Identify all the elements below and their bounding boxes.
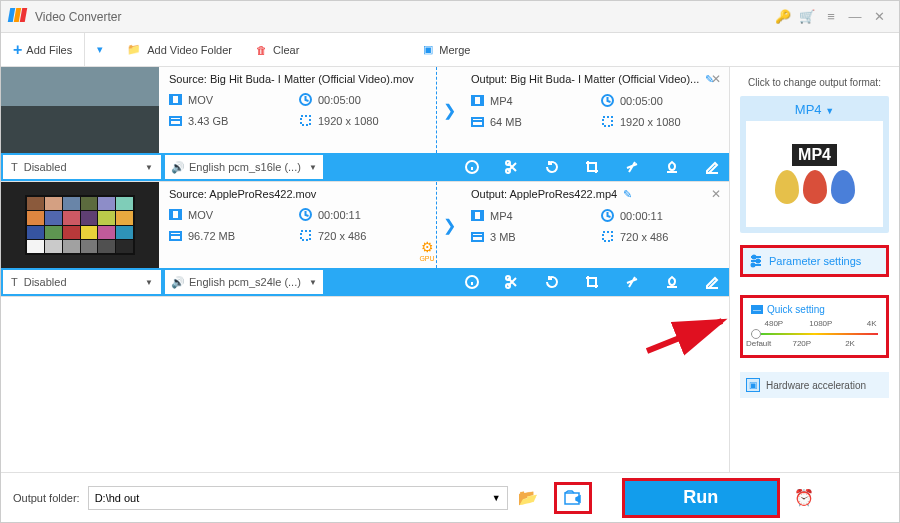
clock-icon — [299, 208, 312, 221]
resolution-icon — [601, 115, 614, 128]
subtitle-edit-icon[interactable] — [705, 275, 719, 289]
svg-point-24 — [752, 264, 755, 267]
size-icon — [471, 230, 484, 243]
open-output-button[interactable] — [554, 482, 592, 514]
subtitle-select[interactable]: TDisabled▼ — [3, 155, 161, 179]
minimize-button[interactable]: — — [843, 9, 867, 24]
info-icon[interactable] — [465, 275, 479, 289]
gpu-badge: ⚙GPU — [417, 239, 437, 262]
output-folder-select[interactable]: D:\hd out▼ — [88, 486, 508, 510]
svg-rect-18 — [603, 232, 612, 241]
subtitle-edit-icon[interactable] — [705, 160, 719, 174]
size-icon — [169, 229, 182, 242]
format-icon — [169, 208, 182, 221]
format-prompt: Click to change output format: — [740, 77, 889, 88]
remove-item-button[interactable]: ✕ — [711, 72, 721, 86]
clock-icon — [299, 93, 312, 106]
effect-icon[interactable] — [625, 160, 639, 174]
menu-icon[interactable]: ≡ — [819, 9, 843, 24]
alarm-icon[interactable]: ⏰ — [794, 488, 814, 507]
video-thumbnail[interactable] — [1, 182, 159, 268]
rotate-icon[interactable] — [545, 275, 559, 289]
svg-rect-14 — [301, 231, 310, 240]
crop-icon[interactable] — [585, 160, 599, 174]
clear-button[interactable]: 🗑Clear — [244, 33, 311, 66]
video-thumbnail[interactable] — [1, 67, 159, 153]
watermark-icon[interactable] — [665, 275, 679, 289]
add-files-button[interactable]: +Add Files — [1, 33, 84, 66]
parameter-settings-button[interactable]: Parameter settings — [740, 245, 889, 277]
remove-item-button[interactable]: ✕ — [711, 187, 721, 201]
output-label: Output: Big Hit Buda- I Matter (Official… — [471, 73, 699, 85]
info-icon[interactable] — [465, 160, 479, 174]
resolution-icon — [299, 114, 312, 127]
clock-icon — [601, 94, 614, 107]
audio-select[interactable]: 🔊English pcm_s16le (...)▼ — [165, 155, 323, 179]
chip-icon: ▣ — [746, 378, 760, 392]
sliders-icon — [749, 254, 763, 268]
effect-icon[interactable] — [625, 275, 639, 289]
svg-point-22 — [753, 256, 756, 259]
key-icon[interactable]: 🔑 — [771, 9, 795, 24]
source-label: Source: AppleProRes422.mov — [169, 188, 426, 200]
clock-icon — [601, 209, 614, 222]
format-icon — [471, 209, 484, 222]
app-title: Video Converter — [35, 10, 771, 24]
crop-icon[interactable] — [585, 275, 599, 289]
add-folder-button[interactable]: 📁Add Video Folder — [115, 33, 244, 66]
close-button[interactable]: ✕ — [867, 9, 891, 24]
arrow-icon: ❯ — [443, 101, 456, 120]
hardware-accel-button[interactable]: ▣ Hardware acceleration — [740, 372, 889, 398]
add-files-dropdown[interactable]: ▾ — [84, 33, 115, 66]
merge-button[interactable]: ▣Merge — [411, 33, 482, 66]
arrow-icon: ❯ — [443, 216, 456, 235]
output-format-selector[interactable]: MP4 ▼ MP4 — [740, 96, 889, 233]
resolution-icon — [601, 230, 614, 243]
quality-slider[interactable]: 480P 1080P 4K Default 720P 2K — [751, 321, 878, 349]
watermark-icon[interactable] — [665, 160, 679, 174]
output-label: Output: AppleProRes422.mp4 — [471, 188, 617, 200]
svg-rect-3 — [301, 116, 310, 125]
edit-icon[interactable]: ✎ — [623, 188, 632, 200]
quick-setting-panel[interactable]: —Quick setting 480P 1080P 4K Default 720… — [740, 295, 889, 358]
svg-point-23 — [757, 260, 760, 263]
cut-icon[interactable] — [505, 275, 519, 289]
rotate-icon[interactable] — [545, 160, 559, 174]
output-folder-label: Output folder: — [13, 492, 80, 504]
cut-icon[interactable] — [505, 160, 519, 174]
run-button[interactable]: Run — [622, 478, 780, 518]
format-icon — [169, 93, 182, 106]
format-icon — [471, 94, 484, 107]
size-icon — [169, 114, 182, 127]
size-icon — [471, 115, 484, 128]
svg-rect-7 — [603, 117, 612, 126]
cart-icon[interactable]: 🛒 — [795, 9, 819, 24]
format-badge: MP4 — [792, 144, 837, 166]
subtitle-select[interactable]: TDisabled▼ — [3, 270, 161, 294]
audio-select[interactable]: 🔊English pcm_s24le (...)▼ — [165, 270, 323, 294]
source-label: Source: Big Hit Buda- I Matter (Official… — [169, 73, 426, 85]
app-logo — [9, 8, 27, 26]
resolution-icon — [299, 229, 312, 242]
browse-folder-button[interactable]: 📂 — [518, 488, 538, 507]
